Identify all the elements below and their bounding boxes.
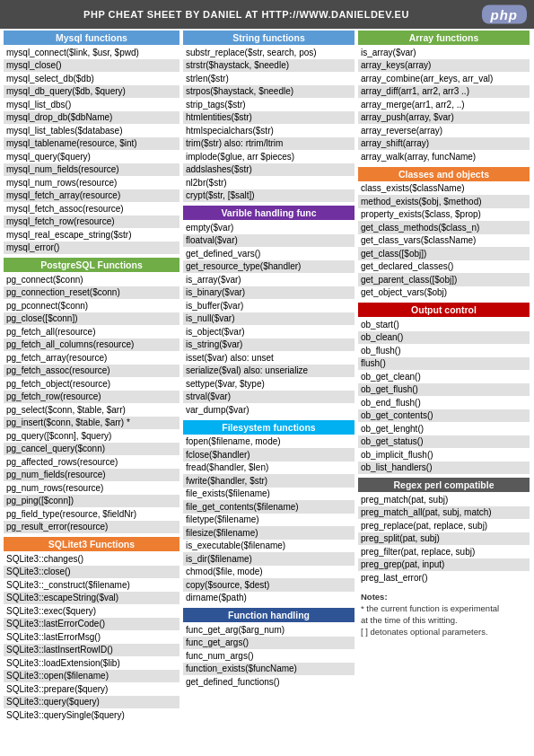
arr-item-6: array_reverse(array) [358,124,530,137]
re-item-1: preg_match_all(pat, subj, match) [358,506,530,520]
var-item-10: isset($var) also: unset [183,351,355,365]
ob-item-6: ob_end_flush() [358,396,530,409]
pg-item-18: pg_field_type(resource, $fieldNr) [4,507,179,521]
arr-item-7: array_shift(array) [358,137,530,151]
str-item-0: substr_replace($str, search, pos) [183,46,355,59]
fs-item-2: fread($handler, $len) [183,462,355,475]
var-item-2: get_defined_vars() [183,247,355,260]
re-item-2: preg_replace(pat, replace, subj) [358,519,530,532]
str-item-1: strstr($haystack, $needle) [183,59,355,73]
arr-item-4: array_merge(arr1, arr2, ..) [358,98,530,111]
ob-item-0: ob_start() [358,318,530,331]
ob-item-11: ob_list_handlers() [358,462,530,475]
ob-item-4: ob_get_clean() [358,370,530,383]
re-item-5: preg_grep(pat, input) [358,558,530,572]
section-regex-title: Regex perl compatible [358,478,530,492]
column-1: Mysql functions mysql_connect($link, $us… [2,31,181,725]
var-item-8: is_object($var) [183,325,355,338]
section-string: String functions substr_replace($str, se… [183,31,355,202]
str-item-7: trim($str) also: rtrim/ltrim [183,137,355,151]
mysql-item-6: mysql_list_tables($database) [4,124,179,137]
section-output: Output control ob_start() ob_clean() ob_… [358,303,530,474]
var-item-11: serialize($val) also: unserialize [183,365,355,378]
str-item-5: htmlentities($str) [183,111,355,125]
header-text: PHP CHEAT SHEET BY DANIEL AT [83,9,261,20]
mysql-item-8: mysql_query($query) [4,150,179,163]
pg-item-7: pg_fetch_assoc(resource) [4,365,179,378]
section-filesystem-title: Filesystem functions [183,420,355,435]
ob-item-9: ob_get_status() [358,435,530,449]
str-item-6: htmlspecialchars($str) [183,124,355,137]
mysql-item-5: mysql_drop_db($dbName) [4,111,179,125]
cls-item-4: get_class_vars($className) [358,234,530,248]
fh-item-3: function_exists($funcName) [183,663,355,676]
mysql-item-15: mysql_error() [4,242,179,255]
sq-item-1: SQLite3::close() [4,566,179,579]
arr-item-1: array_keys(array) [358,59,530,73]
arr-item-2: array_combine(arr_keys, arr_val) [358,72,530,85]
sq-item-3: SQLite3::escapeString($val) [4,592,179,605]
pg-item-0: pg_connect($conn) [4,273,179,286]
fs-item-0: fopen($filename, mode) [183,435,355,449]
sq-item-12: SQLite3::querySingle($query) [4,708,179,722]
section-array: Array functions is_array($var) array_key… [358,31,530,163]
fs-item-10: chmod($file, mode) [183,566,355,579]
mysql-item-13: mysql_fetch_row(resource) [4,215,179,229]
fh-item-2: func_num_args() [183,649,355,663]
cls-item-8: get_object_vars($obj) [358,286,530,300]
mysql-item-12: mysql_fetch_assoc(resource) [4,202,179,215]
fs-item-6: filetype($filename) [183,514,355,527]
cls-item-6: get_declared_classes() [358,260,530,274]
fh-item-0: func_get_arg($arg_num) [183,623,355,637]
arr-item-0: is_array($var) [358,46,530,59]
mysql-item-10: mysql_num_rows(resource) [4,176,179,189]
ob-item-8: ob_get_lenght() [358,422,530,435]
var-item-9: is_string($var) [183,338,355,352]
section-function-handling: Function handling func_get_arg($arg_num)… [183,608,355,689]
section-notes: Notes: * the current function is experim… [358,588,530,641]
re-item-3: preg_split(pat, subj) [358,532,530,546]
str-item-9: addslashes($str) [183,163,355,177]
section-postgresql: PostgreSQL Functions pg_connect($conn) p… [4,258,179,533]
ob-item-10: ob_implicit_flush() [358,448,530,462]
var-item-12: settype($var, $type) [183,377,355,391]
str-item-11: crypt($str, [$salt]) [183,189,355,203]
ob-item-7: ob_get_contents() [358,409,530,423]
cls-item-5: get_class([$obj]) [358,247,530,260]
pg-item-13: pg_cancel_query($conn) [4,443,179,456]
notes-line-1: at the time of this writting. [361,615,458,625]
mysql-item-3: mysql_db_query($db, $query) [4,85,179,99]
mysql-item-14: mysql_real_escape_string($str) [4,228,179,242]
fs-item-3: fwrite($handler, $str) [183,474,355,488]
section-postgresql-title: PostgreSQL Functions [4,258,179,272]
pg-item-2: pg_pconnect($conn) [4,299,179,312]
section-mysql: Mysql functions mysql_connect($link, $us… [4,31,179,254]
pg-item-1: pg_connection_reset($conn) [4,286,179,300]
ob-item-3: flush() [358,357,530,371]
fs-item-5: file_get_contents($filename) [183,500,355,514]
pg-item-15: pg_num_fields(resource) [4,469,179,482]
sq-item-10: SQLite3::prepare($query) [4,682,179,696]
section-variable: Varible handling func empty($var) floatv… [183,206,355,417]
section-classes: Classes and objects class_exists($classN… [358,167,530,300]
var-item-1: floatval($var) [183,234,355,248]
notes-title: Notes: [361,592,388,602]
pg-item-6: pg_fetch_array(resource) [4,351,179,365]
section-array-title: Array functions [358,31,530,45]
sq-item-9: SQLite3::open($filename) [4,670,179,683]
sq-item-6: SQLite3::lastErrorMsg() [4,630,179,644]
fs-item-8: is_executable($filename) [183,540,355,553]
fh-item-1: func_get_args() [183,637,355,650]
re-item-6: preg_last_error() [358,571,530,585]
str-item-3: strpos($haystack, $needle) [183,85,355,99]
section-variable-title: Varible handling func [183,206,355,220]
section-filesystem: Filesystem functions fopen($filename, mo… [183,420,355,605]
fh-item-4: get_defined_functions() [183,675,355,689]
str-item-4: strip_tags($str) [183,98,355,111]
str-item-2: strlen($str) [183,72,355,85]
str-item-8: implode($glue, arr $pieces) [183,150,355,163]
section-classes-title: Classes and objects [358,167,530,181]
column-3: Array functions is_array($var) array_key… [356,31,531,725]
notes-content: Notes: * the current function is experim… [358,588,530,641]
sq-item-2: SQLite3::_construct($filename) [4,578,179,592]
